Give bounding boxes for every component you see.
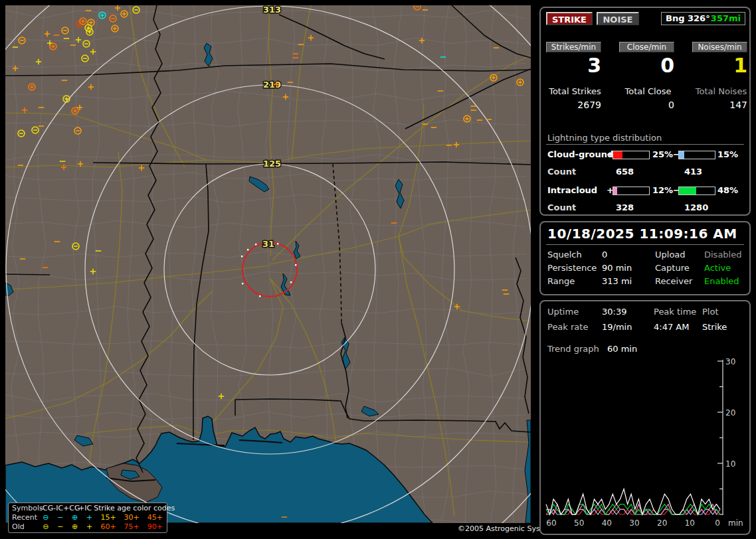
trend-panel: Uptime30:39Peak timePlotPeak rate19/min4… <box>539 300 751 535</box>
status-panel: 10/18/2025 11:09:16 AM Squelch0UploadDis… <box>539 221 751 295</box>
legend-symbol: + <box>82 513 97 522</box>
legend-header: Symbols-CG-IC+CG+ICStrike age color code… <box>12 504 167 513</box>
legend-col-+CG: +CG <box>63 504 78 513</box>
svg-text:60: 60 <box>546 518 556 528</box>
svg-text:20: 20 <box>725 408 735 418</box>
count-label-1: Count <box>547 202 576 212</box>
status-value-persistence: 90 min <box>602 263 632 273</box>
info-cell-1-1: 19/min <box>602 322 632 332</box>
dist-label-1: Intracloud <box>547 185 597 195</box>
distribution-title: Lightning type distribution <box>547 133 662 143</box>
legend-symbol: ⊕ <box>68 522 82 532</box>
rate-button-2[interactable]: Noises/min <box>692 42 747 52</box>
info-cell-0-0: Uptime <box>547 307 579 317</box>
status-label-upload: Upload <box>655 250 686 260</box>
count-label-0: Count <box>547 167 576 177</box>
legend-row-label: Recent <box>12 513 39 522</box>
trend-graph-window: 60 min <box>607 344 637 354</box>
plus-count-1: 328 <box>616 202 634 212</box>
svg-text:min: min <box>728 518 743 528</box>
status-value-squelch: 0 <box>602 250 607 260</box>
status-value-receiver: Enabled <box>704 276 739 286</box>
total-label-2: Total Noises <box>690 86 753 96</box>
legend-symbol: − <box>53 522 68 532</box>
status-value-upload: Disabled <box>704 250 741 260</box>
legend-symbol: ⊕ <box>68 513 82 522</box>
info-cell-1-2: 4:47 AM <box>654 322 689 332</box>
age-code: 75+ <box>120 522 143 532</box>
ring-label-125: 125 <box>263 159 281 169</box>
legend-symbol: − <box>53 513 68 522</box>
status-label-receiver: Receiver <box>655 276 692 286</box>
dist-label-0: Cloud-ground <box>547 149 613 159</box>
map-display: 31125219313 <box>5 5 531 523</box>
rate-button-1[interactable]: Close/min <box>619 42 674 52</box>
divider <box>546 244 744 245</box>
status-value-range: 313 mi <box>602 276 632 286</box>
dist-bar-plus-1 <box>613 187 650 195</box>
info-cell-0-3: Plot <box>702 307 719 317</box>
ring-label-31: 31 <box>262 239 274 249</box>
rate-value-2: 1 <box>692 54 749 77</box>
total-value-0: 2679 <box>546 100 601 110</box>
bearing-readout: Bng 326° 357mi <box>661 12 745 25</box>
svg-text:10: 10 <box>725 459 735 469</box>
age-code: 30+ <box>120 513 143 522</box>
legend-symbol: ⊖ <box>39 522 53 532</box>
legend-row-recent: Recent⊖−⊕+15+30+45+ <box>12 513 167 522</box>
total-label-0: Total Strikes <box>543 86 607 96</box>
age-code: 45+ <box>143 513 167 522</box>
svg-text:0: 0 <box>715 518 720 528</box>
info-cell-0-1: 30:39 <box>602 307 626 317</box>
info-cell-0-2: Peak time <box>654 307 696 317</box>
svg-text:50: 50 <box>574 518 584 528</box>
dist-minus-pct-1: 48% <box>717 185 738 195</box>
legend-row-label: Old <box>12 522 39 532</box>
dist-bar-minus-1 <box>678 187 715 195</box>
noise-mode-button[interactable]: NOISE <box>597 12 639 25</box>
plus-count-0: 658 <box>616 167 634 177</box>
minus-count-1: 1280 <box>684 202 708 212</box>
rate-button-0[interactable]: Strikes/min <box>546 42 601 52</box>
legend-row-old: Old⊖−⊕+60+75+90+ <box>12 522 167 532</box>
age-code: 15+ <box>96 513 120 522</box>
status-label-persistence: Persistence <box>547 263 597 273</box>
bearing-label: Bng 326° <box>666 13 710 25</box>
total-value-1: 0 <box>619 100 674 110</box>
age-code: 60+ <box>96 522 120 532</box>
legend-col-+IC: +IC <box>78 504 92 513</box>
total-value-2: 147 <box>692 100 747 110</box>
trend-series-total-strikes <box>546 489 720 515</box>
dist-plus-pct-0: 25% <box>652 149 673 159</box>
status-label-squelch: Squelch <box>547 250 582 260</box>
trend-graph-label: Trend graph <box>547 344 599 354</box>
legend-symbols-header: Symbols <box>12 504 40 513</box>
dist-minus-pct-0: 15% <box>717 149 738 159</box>
legend-symbol: + <box>82 522 97 532</box>
map-canvas: 31125219313 <box>5 5 531 523</box>
age-code: 90+ <box>143 522 167 532</box>
map-legend: Symbols-CG-IC+CG+ICStrike age color code… <box>8 502 167 533</box>
rate-value-0: 3 <box>546 54 603 77</box>
svg-text:40: 40 <box>602 518 612 528</box>
trend-graph: 3020106050403020100min <box>542 357 749 534</box>
ring-label-313: 313 <box>263 5 281 15</box>
svg-text:10: 10 <box>685 518 695 528</box>
counters-panel: STRIKE NOISE Bng 326° 357mi Strikes/min3… <box>539 7 751 216</box>
nexstorm-window: 31125219313 Symbols-CG-IC+CG+ICStrike ag… <box>0 0 756 539</box>
info-cell-1-3: Strike <box>702 322 727 332</box>
bearing-distance: 357mi <box>711 13 741 25</box>
status-label-capture: Capture <box>655 263 690 273</box>
legend-symbol: ⊖ <box>39 513 53 522</box>
divider <box>546 144 744 145</box>
status-label-range: Range <box>547 276 575 286</box>
legend-col--CG: -CG <box>40 504 53 513</box>
dist-bar-minus-0 <box>678 151 715 159</box>
minus-count-0: 413 <box>684 167 702 177</box>
dist-plus-pct-1: 12% <box>652 185 673 195</box>
dist-bar-plus-0 <box>613 151 650 159</box>
svg-text:30: 30 <box>725 357 735 366</box>
strike-mode-button[interactable]: STRIKE <box>546 12 593 25</box>
status-value-capture: Active <box>704 263 731 273</box>
date-time: 10/18/2025 11:09:16 AM <box>547 226 737 242</box>
